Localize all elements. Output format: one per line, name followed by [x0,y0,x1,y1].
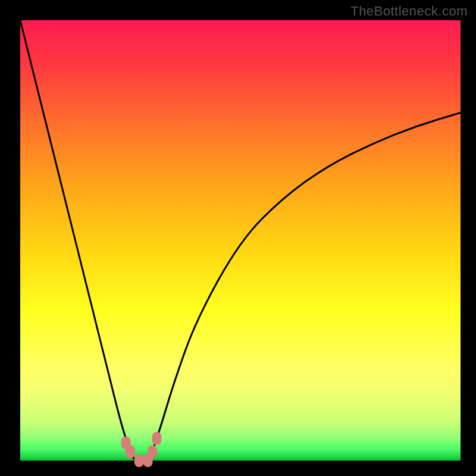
chart-svg [20,20,461,461]
chart-container: TheBottleneck.com [0,0,476,476]
curve-marker [134,454,144,467]
plot-area [20,20,461,461]
curve-marker [148,445,157,458]
watermark-text: TheBottleneck.com [350,4,468,19]
curve-group [20,20,461,461]
curve-marker [126,445,135,458]
curve-marker [152,432,161,445]
marker-group [121,432,162,467]
bottleneck-curve [20,20,461,461]
